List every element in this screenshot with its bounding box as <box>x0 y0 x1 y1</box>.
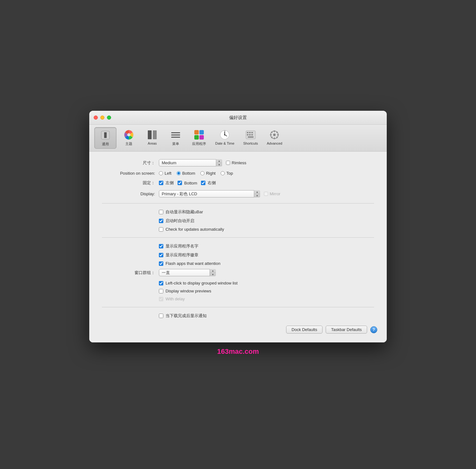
tab-menu[interactable]: 菜单 <box>165 127 187 149</box>
with-delay-row: With delay <box>108 297 368 301</box>
theme-icon <box>123 129 135 141</box>
tab-apps[interactable]: 应用程序 <box>188 127 210 149</box>
left-click-row: Left-click to display grouped window lis… <box>108 281 368 285</box>
content-area: 尺寸： Medium Small Large ▲ ▼ <box>89 152 387 342</box>
display-select-wrapper: Primary - 彩色 LCD ▲ ▼ <box>159 190 260 197</box>
tab-advanced[interactable]: Advanced <box>263 127 286 149</box>
download-notify-label[interactable]: 当下载完成后显示通知 <box>159 313 207 319</box>
stepper-down[interactable]: ▼ <box>216 163 222 166</box>
download-notify-row: 当下载完成后显示通知 <box>108 313 368 319</box>
datetime-icon: 16 <box>219 129 230 141</box>
tab-advanced-label: Advanced <box>267 141 282 145</box>
svg-rect-5 <box>153 130 157 139</box>
preferences-window: 偏好设置 通用 <box>89 111 387 342</box>
display-previews-label[interactable]: Display window previews <box>159 289 211 293</box>
position-right[interactable]: Right <box>200 171 216 176</box>
left-click-checkbox[interactable] <box>159 281 163 285</box>
mirror-label: Mirror <box>264 191 280 196</box>
svg-text:16: 16 <box>224 130 226 132</box>
display-stepper-up[interactable]: ▲ <box>254 190 260 194</box>
areas-icon <box>147 129 158 141</box>
traffic-lights <box>94 116 111 120</box>
position-row: Position on screen: Left Bottom Right <box>108 171 368 176</box>
tab-theme[interactable]: 主题 <box>118 127 140 149</box>
taskbar-defaults-button[interactable]: Taskbar Defaults <box>326 326 367 334</box>
fix-bottom[interactable]: Bottom <box>178 181 197 185</box>
svg-rect-12 <box>199 135 204 140</box>
fix-controls: 左侧 Bottom 右侧 <box>159 180 216 186</box>
check-updates-checkbox[interactable] <box>159 227 163 232</box>
tab-shortcuts[interactable]: Shortcuts <box>240 127 262 149</box>
show-app-name-label[interactable]: 显示应用程序名字 <box>159 243 198 249</box>
auto-hide-checkbox[interactable] <box>159 210 163 214</box>
svg-rect-24 <box>251 134 253 135</box>
display-select[interactable]: Primary - 彩色 LCD <box>159 190 260 197</box>
display-controls: Primary - 彩色 LCD ▲ ▼ Mirror <box>159 190 280 197</box>
fix-left[interactable]: 左侧 <box>159 180 174 186</box>
fix-right[interactable]: 右侧 <box>201 180 216 186</box>
display-stepper-down[interactable]: ▼ <box>254 194 260 197</box>
position-left[interactable]: Left <box>159 171 172 176</box>
svg-rect-21 <box>251 132 253 133</box>
minimize-button[interactable] <box>100 116 104 120</box>
show-app-badge-label[interactable]: 显示应用程序徽章 <box>159 252 198 258</box>
check-updates-label[interactable]: Check for updates automatically <box>159 227 224 232</box>
left-click-label[interactable]: Left-click to display grouped window lis… <box>159 281 238 285</box>
size-stepper[interactable]: ▲ ▼ <box>216 159 222 166</box>
display-row: Display: Primary - 彩色 LCD ▲ ▼ <box>108 190 368 197</box>
with-delay-label: With delay <box>159 297 185 301</box>
display-stepper[interactable]: ▲ ▼ <box>254 190 260 197</box>
rimless-checkbox[interactable] <box>226 161 230 165</box>
window-group-select[interactable]: 一直 <box>159 269 216 276</box>
flash-apps-label[interactable]: Flash apps that want attention <box>159 261 220 266</box>
size-row: 尺寸： Medium Small Large ▲ ▼ <box>108 159 368 166</box>
auto-hide-label[interactable]: 自动显示和隐藏uBar <box>159 209 203 215</box>
toolbar: 通用 主题 <box>89 125 387 152</box>
svg-rect-1 <box>104 132 107 138</box>
auto-start-label[interactable]: 启动时自动开启 <box>159 218 194 224</box>
window-group-label: 窗口群组： <box>108 270 159 276</box>
position-bottom[interactable]: Bottom <box>177 171 195 176</box>
tab-datetime[interactable]: 16 Date & Time <box>211 127 238 149</box>
advanced-icon <box>269 129 280 141</box>
svg-rect-7 <box>171 134 180 135</box>
position-top[interactable]: Top <box>221 171 233 176</box>
maximize-button[interactable] <box>107 116 111 120</box>
fix-row: 固定： 左侧 Bottom 右侧 <box>108 180 368 186</box>
download-notify-checkbox[interactable] <box>159 314 163 318</box>
auto-start-checkbox[interactable] <box>159 219 163 223</box>
rimless-label[interactable]: Rimless <box>226 160 246 165</box>
apps-icon <box>193 129 205 141</box>
svg-rect-6 <box>171 132 180 133</box>
with-delay-checkbox <box>159 297 163 301</box>
dock-defaults-button[interactable]: Dock Defaults <box>286 326 323 334</box>
auto-start-row: 启动时自动开启 <box>108 218 368 224</box>
svg-rect-10 <box>199 130 204 134</box>
wg-stepper-up[interactable]: ▲ <box>210 269 216 273</box>
close-button[interactable] <box>94 116 98 120</box>
watermark: 163mac.com <box>217 342 259 358</box>
show-app-name-checkbox[interactable] <box>159 244 163 248</box>
tab-areas[interactable]: Areas <box>141 127 163 149</box>
show-app-badge-checkbox[interactable] <box>159 253 163 257</box>
display-previews-checkbox[interactable] <box>159 289 163 293</box>
window-group-controls: 一直 ▲ ▼ <box>159 269 216 276</box>
help-button[interactable]: ? <box>370 326 377 333</box>
size-controls: Medium Small Large ▲ ▼ Rimless <box>159 159 246 166</box>
tab-theme-label: 主题 <box>125 141 132 146</box>
tab-areas-label: Areas <box>148 141 157 145</box>
size-select[interactable]: Medium Small Large <box>159 159 222 166</box>
download-section: 当下载完成后显示通知 <box>89 313 387 319</box>
display-label: Display: <box>108 191 159 196</box>
svg-rect-4 <box>148 130 152 139</box>
tab-general[interactable]: 通用 <box>94 127 116 149</box>
wg-stepper-down[interactable]: ▼ <box>210 273 216 276</box>
options-section-1: 自动显示和隐藏uBar 启动时自动开启 Check for updates au… <box>89 209 387 232</box>
window-group-stepper[interactable]: ▲ ▼ <box>210 269 216 276</box>
flash-apps-checkbox[interactable] <box>159 261 163 266</box>
window-group-select-wrapper: 一直 ▲ ▼ <box>159 269 216 276</box>
stepper-up[interactable]: ▲ <box>216 159 222 163</box>
menu-icon <box>170 129 181 141</box>
check-updates-row: Check for updates automatically <box>108 227 368 232</box>
fix-label: 固定： <box>108 180 159 186</box>
